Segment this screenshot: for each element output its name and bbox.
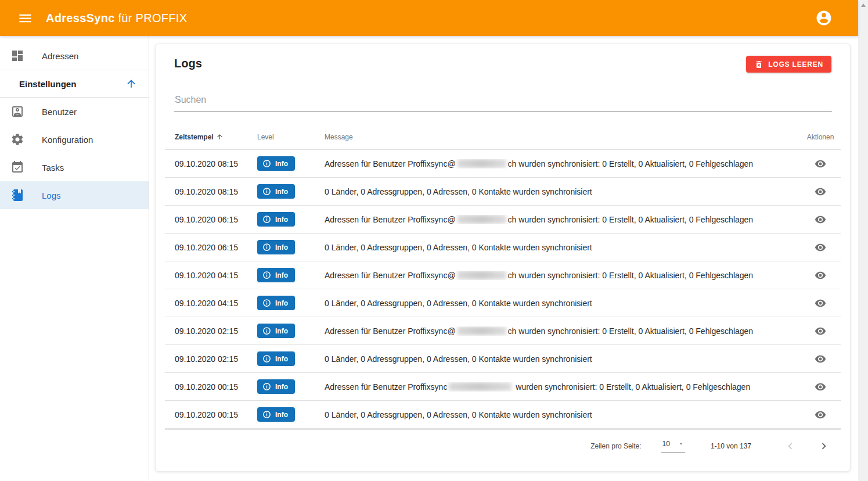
account-box-icon	[10, 105, 24, 119]
eye-icon	[815, 409, 826, 421]
sidebar-item-logs[interactable]: Logs	[0, 181, 149, 209]
rows-per-page-value: 10	[662, 440, 670, 448]
view-log-button[interactable]	[812, 407, 829, 423]
view-log-button[interactable]	[812, 156, 829, 172]
search-input[interactable]	[174, 95, 832, 112]
sidebar-section-einstellungen[interactable]: Einstellungen	[0, 70, 149, 98]
row-timestamp: 09.10.2020 08:15	[165, 187, 257, 196]
collapse-up-icon	[125, 78, 137, 89]
row-message: Adressen für Benutzer Proffixsync@ch wur…	[325, 159, 800, 168]
level-badge: Info	[257, 407, 295, 422]
table-row: 09.10.2020 04:15 Info 0 Länder, 0 Adress…	[165, 289, 841, 317]
message-redacted-blur	[458, 159, 506, 168]
sidebar-item-konfiguration[interactable]: Konfiguration	[0, 125, 149, 153]
table-row: 09.10.2020 00:15 Info Adressen für Benut…	[165, 373, 841, 401]
view-log-button[interactable]	[812, 211, 829, 228]
menu-icon[interactable]	[17, 10, 33, 26]
view-log-button[interactable]	[812, 323, 829, 339]
info-icon	[262, 299, 271, 307]
message-redacted-blur	[458, 326, 506, 335]
level-badge-label: Info	[275, 299, 288, 307]
level-badge: Info	[257, 351, 295, 366]
sort-ascending-icon	[216, 133, 224, 141]
info-icon	[262, 410, 271, 419]
eye-icon	[815, 214, 826, 225]
row-message: 0 Länder, 0 Adressgruppen, 0 Adressen, 0…	[325, 187, 800, 196]
row-timestamp: 09.10.2020 02:15	[165, 326, 257, 336]
sidebar-item-label: Benutzer	[42, 107, 77, 117]
row-message: Adressen für Benutzer Proffixsync@ch wur…	[325, 326, 800, 336]
info-icon	[262, 159, 271, 168]
level-badge: Info	[257, 379, 295, 394]
level-badge-label: Info	[275, 188, 288, 196]
message-before: 0 Länder, 0 Adressgruppen, 0 Adressen, 0…	[325, 187, 592, 196]
pagination-bar: Zeilen pro Seite: 10 1-10 von 137	[165, 429, 841, 462]
dashboard-icon	[10, 49, 24, 63]
previous-page-button[interactable]	[781, 437, 799, 455]
row-timestamp: 09.10.2020 08:15	[165, 159, 257, 168]
view-log-button[interactable]	[812, 295, 829, 311]
view-log-button[interactable]	[812, 267, 829, 283]
vertical-scrollbar[interactable]	[858, 0, 868, 481]
message-before: 0 Länder, 0 Adressgruppen, 0 Adressen, 0…	[325, 410, 592, 419]
sidebar-item-benutzer[interactable]: Benutzer	[0, 98, 149, 125]
table-row: 09.10.2020 08:15 Info 0 Länder, 0 Adress…	[165, 178, 841, 206]
message-after: ch wurden synchronisiert: 0 Erstellt, 0 …	[508, 326, 754, 336]
clear-logs-button[interactable]: LOGS LEEREN	[746, 56, 831, 73]
view-log-button[interactable]	[812, 239, 829, 256]
row-message: 0 Länder, 0 Adressgruppen, 0 Adressen, 0…	[325, 354, 800, 364]
row-timestamp: 09.10.2020 04:15	[165, 271, 257, 280]
eye-icon	[815, 158, 826, 170]
view-log-button[interactable]	[812, 184, 829, 200]
level-badge-label: Info	[275, 271, 288, 279]
sidebar: Adressen Einstellungen Benutzer Konfigur…	[0, 36, 149, 481]
row-timestamp: 09.10.2020 04:15	[165, 299, 257, 308]
row-timestamp: 09.10.2020 00:15	[165, 382, 257, 392]
sidebar-item-tasks[interactable]: Tasks	[0, 153, 149, 181]
column-header-zeitstempel[interactable]: Zeitstempel	[175, 133, 224, 141]
eye-icon	[815, 270, 826, 281]
sidebar-item-adressen[interactable]: Adressen	[0, 42, 149, 70]
table-row: 09.10.2020 02:15 Info Adressen für Benut…	[165, 317, 841, 345]
log-table-body: 09.10.2020 08:15 Info Adressen für Benut…	[165, 150, 841, 429]
row-message: 0 Länder, 0 Adressgruppen, 0 Adressen, 0…	[325, 299, 800, 308]
view-log-button[interactable]	[812, 379, 829, 395]
level-badge-label: Info	[275, 411, 288, 419]
account-circle-icon[interactable]	[815, 9, 833, 27]
eye-icon	[815, 186, 826, 198]
log-table-header: Zeitstempel Level Message Aktionen	[165, 124, 841, 150]
app-title: AdressSync für PROFFIX	[46, 12, 187, 25]
message-before: Adressen für Benutzer Proffixsync@	[325, 271, 456, 280]
table-row: 09.10.2020 08:15 Info Adressen für Benut…	[165, 150, 841, 178]
sidebar-item-label: Logs	[42, 191, 61, 200]
gear-icon	[10, 132, 24, 146]
eye-icon	[815, 325, 826, 337]
message-before: Adressen für Benutzer Proffixsync@	[325, 159, 456, 168]
column-header-level: Level	[257, 133, 325, 141]
level-badge: Info	[257, 156, 295, 171]
scrollbar-up-arrow-icon[interactable]	[861, 3, 866, 7]
level-badge-label: Info	[275, 327, 288, 335]
info-icon	[262, 271, 271, 279]
view-log-button[interactable]	[812, 351, 829, 367]
level-badge: Info	[257, 240, 295, 254]
table-row: 09.10.2020 04:15 Info Adressen für Benut…	[165, 261, 841, 289]
level-badge: Info	[257, 184, 295, 199]
row-message: Adressen für Benutzer Proffixsync@ch wur…	[325, 215, 800, 224]
chevron-right-icon	[817, 440, 830, 453]
message-before: 0 Länder, 0 Adressgruppen, 0 Adressen, 0…	[325, 299, 592, 308]
notebook-icon	[10, 188, 24, 202]
info-icon	[262, 243, 271, 252]
level-badge-label: Info	[275, 216, 288, 224]
row-message: 0 Länder, 0 Adressgruppen, 0 Adressen, 0…	[325, 410, 800, 419]
app-title-primary: AdressSync	[46, 12, 115, 24]
table-row: 09.10.2020 06:15 Info 0 Länder, 0 Adress…	[165, 234, 841, 261]
eye-icon	[815, 353, 826, 365]
rows-per-page-select[interactable]: 10	[661, 440, 685, 453]
row-timestamp: 09.10.2020 02:15	[165, 354, 257, 364]
message-after: ch wurden synchronisiert: 0 Erstellt, 0 …	[508, 215, 754, 224]
next-page-button[interactable]	[815, 437, 833, 455]
app-title-secondary: für PROFFIX	[115, 12, 188, 24]
trash-x-icon	[754, 60, 763, 69]
sidebar-section-label: Einstellungen	[19, 79, 76, 89]
